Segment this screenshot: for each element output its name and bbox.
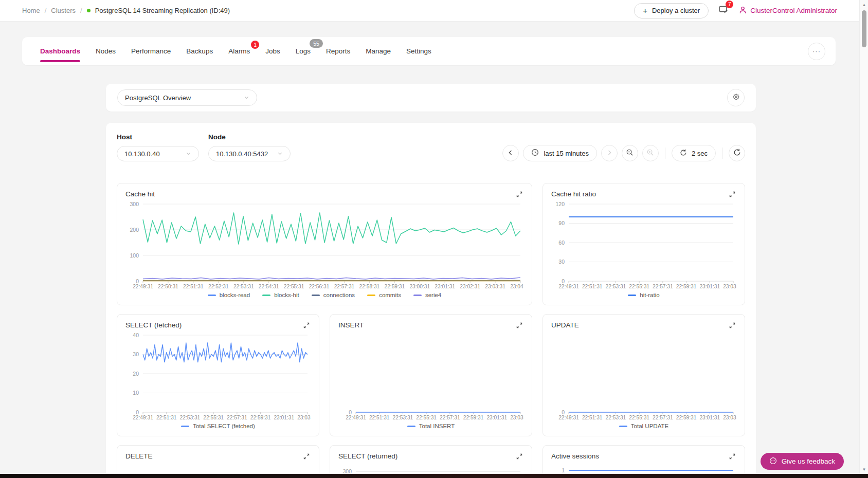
scrollbar-up-arrow[interactable]: ▲ xyxy=(860,1,868,9)
deploy-cluster-button[interactable]: + Deploy a cluster xyxy=(634,3,709,19)
clock-icon xyxy=(531,149,539,158)
user-menu[interactable]: ClusterControl Administrator xyxy=(739,6,837,15)
tab-alarms[interactable]: Alarms1 xyxy=(221,37,258,65)
x-tick-label: 22:52:31 xyxy=(208,284,229,289)
x-tick-label: 23:03:31 xyxy=(723,415,736,420)
legend-item[interactable]: blocks-hit xyxy=(262,292,299,298)
breadcrumb-clusters[interactable]: Clusters xyxy=(51,7,76,14)
cluster-status-dot xyxy=(87,9,91,12)
refresh-now-button[interactable] xyxy=(729,145,745,161)
expand-icon[interactable] xyxy=(302,321,311,329)
legend-dash xyxy=(262,295,270,296)
tab-nodes[interactable]: Nodes xyxy=(88,37,123,65)
tab-performance[interactable]: Performance xyxy=(123,37,178,65)
host-label: Host xyxy=(117,133,199,141)
legend-label: hit-ratio xyxy=(640,292,659,298)
tab-logs[interactable]: Logs55 xyxy=(288,37,318,65)
tab-settings[interactable]: Settings xyxy=(399,37,439,65)
x-tick-label: 22:55:31 xyxy=(284,284,304,289)
tab-jobs[interactable]: Jobs xyxy=(258,37,288,65)
x-tick-label: 23:01:31 xyxy=(435,284,455,289)
time-range-button[interactable]: last 15 minutes xyxy=(523,145,596,161)
x-tick-label: 22:54:31 xyxy=(259,284,279,289)
nav-tabs: Dashboards Nodes Performance Backups Ala… xyxy=(32,37,439,65)
legend-item[interactable]: Total UPDATE xyxy=(619,423,668,429)
scrollbar[interactable]: ▲ ▼ xyxy=(859,0,868,474)
tab-backups[interactable]: Backups xyxy=(178,37,221,65)
x-tick-label: 23:04:31 xyxy=(510,284,523,289)
gear-icon xyxy=(732,93,740,103)
chart-legend: hit-ratio xyxy=(551,290,736,300)
chart-panel-update: UPDATE022:49:3122:51:3122:53:3122:55:312… xyxy=(542,314,745,436)
x-tick-label: 22:49:31 xyxy=(346,415,366,420)
tab-manage[interactable]: Manage xyxy=(358,37,399,65)
scrollbar-thumb[interactable] xyxy=(862,10,866,47)
chart-head: SELECT (fetched) xyxy=(125,321,311,332)
legend-dash xyxy=(208,295,216,296)
tab-label: Settings xyxy=(406,47,431,55)
nav-more-button[interactable]: ··· xyxy=(808,43,825,60)
main-card: Host 10.130.0.40 Node 10.130.0.40:5432 xyxy=(106,123,756,478)
expand-icon[interactable] xyxy=(515,190,523,198)
chart-head: Active sessions xyxy=(551,452,736,463)
legend-label: blocks-read xyxy=(220,292,250,298)
zoom-out-button[interactable] xyxy=(622,145,638,161)
breadcrumb: Home / Clusters / PostgreSQL 14 Streamin… xyxy=(22,7,230,14)
host-select[interactable]: 10.130.0.40 xyxy=(117,146,199,161)
expand-icon[interactable] xyxy=(728,321,736,329)
legend-item[interactable]: connections xyxy=(312,292,355,298)
y-tick-label: 20 xyxy=(133,371,139,377)
legend-item[interactable]: blocks-read xyxy=(208,292,250,298)
zoom-in-button[interactable] xyxy=(642,145,659,161)
x-tick-label: 22:59:31 xyxy=(385,284,405,289)
chevron-right-icon xyxy=(606,150,612,157)
page: Home / Clusters / PostgreSQL 14 Streamin… xyxy=(0,0,868,478)
dashboard-settings-button[interactable] xyxy=(727,89,745,106)
time-next-button[interactable] xyxy=(601,145,618,161)
x-tick-label: 22:56:31 xyxy=(309,284,330,289)
y-tick-label: 90 xyxy=(558,220,565,226)
chart-svg: 022:49:3122:51:3122:53:3122:55:3122:57:3… xyxy=(338,332,523,421)
chevron-down-icon xyxy=(277,150,283,158)
tab-label: Logs xyxy=(296,47,311,55)
x-tick-label: 22:49:31 xyxy=(133,284,153,289)
dashboard-select[interactable]: PostgreSQL Overview xyxy=(117,89,257,106)
expand-icon[interactable] xyxy=(728,452,736,461)
expand-icon[interactable] xyxy=(728,190,736,198)
breadcrumb-separator: / xyxy=(80,7,82,14)
time-prev-button[interactable] xyxy=(502,145,519,161)
x-tick-label: 22:53:31 xyxy=(606,284,626,289)
chart-title: SELECT (returned) xyxy=(338,452,397,460)
node-select[interactable]: 10.130.0.40:5432 xyxy=(208,146,291,161)
y-tick-label: 200 xyxy=(130,227,139,233)
legend-item[interactable]: Total INSERT xyxy=(407,423,455,429)
expand-icon[interactable] xyxy=(515,452,523,461)
legend-item[interactable]: commits xyxy=(367,292,401,298)
series-Total SELECT (fetched) xyxy=(143,343,308,362)
legend-label: connections xyxy=(323,292,355,298)
legend-item[interactable]: serie4 xyxy=(413,292,441,298)
chart-legend: Total SELECT (fetched) xyxy=(125,421,311,431)
legend-item[interactable]: Total SELECT (fetched) xyxy=(181,423,255,429)
tab-label: Jobs xyxy=(265,47,280,55)
tab-label: Backups xyxy=(186,47,213,55)
y-tick-label: 10 xyxy=(133,390,139,396)
breadcrumb-home[interactable]: Home xyxy=(22,7,40,14)
legend-dash xyxy=(407,426,415,427)
chart-plot: 022:49:3122:51:3122:53:3122:55:3122:57:3… xyxy=(551,332,736,421)
refresh-rate-button[interactable]: 2 sec xyxy=(672,145,716,161)
expand-icon[interactable] xyxy=(515,321,523,329)
scrollbar-down-arrow[interactable]: ▼ xyxy=(860,465,868,473)
node-select-value: 10.130.0.40:5432 xyxy=(216,150,268,158)
plus-icon: + xyxy=(643,7,647,14)
deploy-cluster-label: Deploy a cluster xyxy=(652,7,700,14)
legend-dash xyxy=(628,295,636,296)
legend-item[interactable]: hit-ratio xyxy=(628,292,659,298)
feedback-button[interactable]: Give us feedback xyxy=(761,453,844,470)
x-tick-label: 22:53:31 xyxy=(393,415,413,420)
tab-dashboards[interactable]: Dashboards xyxy=(32,37,88,65)
expand-icon[interactable] xyxy=(302,452,311,461)
chart-title: INSERT xyxy=(338,321,364,329)
tab-reports[interactable]: Reports xyxy=(318,37,358,65)
events-button[interactable]: 7 xyxy=(719,5,729,16)
